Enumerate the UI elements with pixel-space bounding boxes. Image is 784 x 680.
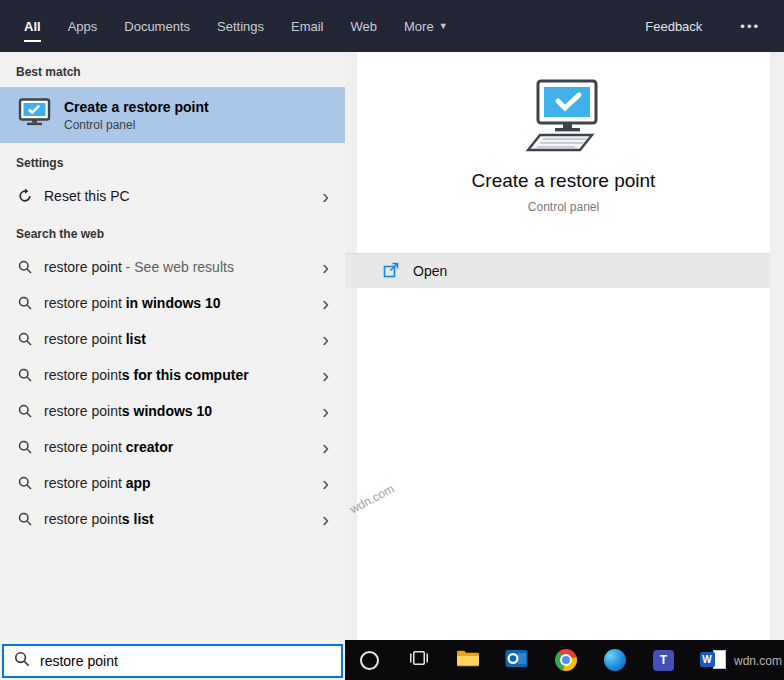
reset-pc-icon (16, 188, 34, 204)
suggestion-text: restore point creator (44, 439, 316, 455)
web-suggestion-row[interactable]: restore point - See web results › (0, 249, 345, 285)
suggestion-text: restore points for this computer (44, 367, 316, 383)
suggestion-text: restore point app (44, 475, 316, 491)
cortana-icon (360, 651, 379, 670)
outlook-icon (505, 648, 528, 673)
teams-icon: T (653, 650, 674, 671)
best-match-subtitle: Control panel (64, 118, 209, 132)
web-suggestion-row[interactable]: restore point list › (0, 321, 345, 357)
best-match-title: Create a restore point (64, 99, 209, 115)
search-icon (16, 404, 34, 418)
web-suggestion-row[interactable]: restore point in windows 10 › (0, 285, 345, 321)
taskbar-word-button[interactable]: W (688, 640, 737, 680)
preview-pane: Create a restore point Control panel Ope… (345, 52, 784, 640)
search-the-web-header: Search the web (0, 214, 345, 249)
edge-icon (604, 649, 626, 671)
results-panel: Best match Create a restore point Contro… (0, 52, 345, 680)
taskbar-search-box[interactable] (2, 644, 343, 678)
more-options-icon[interactable]: ••• (740, 19, 760, 34)
chevron-down-icon: ▼ (439, 21, 448, 31)
chevron-right-icon[interactable]: › (316, 186, 335, 206)
search-icon (16, 512, 34, 526)
chevron-right-icon[interactable]: › (316, 401, 335, 421)
taskbar-chrome-button[interactable] (541, 640, 590, 680)
tab-all[interactable]: All (24, 0, 41, 52)
taskbar-outlook-button[interactable] (492, 640, 541, 680)
watermark: wdn.com (734, 654, 782, 668)
taskbar-cortana-button[interactable] (345, 640, 394, 680)
best-match-header: Best match (0, 52, 345, 87)
search-icon (16, 296, 34, 310)
task-view-icon (409, 648, 429, 672)
search-icon (16, 260, 34, 274)
chevron-right-icon[interactable]: › (316, 329, 335, 349)
chevron-right-icon[interactable]: › (316, 509, 335, 529)
settings-header: Settings (0, 143, 345, 178)
preview-card: Create a restore point Control panel (357, 52, 770, 640)
open-icon (383, 262, 399, 281)
taskbar-teams-button[interactable]: T (639, 640, 688, 680)
tab-more[interactable]: More ▼ (404, 0, 448, 52)
tab-settings[interactable]: Settings (217, 0, 264, 52)
feedback-button[interactable]: Feedback (645, 19, 702, 34)
taskbar-edge-button[interactable] (590, 640, 639, 680)
taskbar: T W wdn.com (345, 640, 784, 680)
web-suggestion-row[interactable]: restore point creator › (0, 429, 345, 465)
suggestion-text: restore points windows 10 (44, 403, 316, 419)
open-label: Open (413, 263, 447, 279)
chevron-right-icon[interactable]: › (316, 473, 335, 493)
preview-subtitle: Control panel (528, 200, 599, 214)
web-suggestion-row[interactable]: restore points for this computer › (0, 357, 345, 393)
filter-tabs: All Apps Documents Settings Email Web Mo… (24, 0, 448, 52)
suggestion-text: restore points list (44, 511, 316, 527)
best-match-text: Create a restore point Control panel (64, 99, 209, 132)
tab-email[interactable]: Email (291, 0, 324, 52)
chevron-right-icon[interactable]: › (316, 293, 335, 313)
web-suggestion-row[interactable]: restore points list › (0, 501, 345, 537)
settings-result-reset-pc[interactable]: Reset this PC › (0, 178, 345, 214)
preview-title: Create a restore point (472, 170, 656, 192)
result-label: Reset this PC (44, 188, 316, 204)
taskbar-file-explorer-button[interactable] (443, 640, 492, 680)
word-tile-shape: W (700, 652, 715, 667)
chevron-right-icon[interactable]: › (316, 437, 335, 457)
search-icon (14, 651, 30, 671)
tab-more-label: More (404, 19, 434, 34)
open-action[interactable]: Open (345, 253, 770, 288)
restore-point-icon-large (514, 78, 614, 162)
restore-point-icon (16, 98, 52, 132)
tab-apps[interactable]: Apps (68, 0, 98, 52)
file-explorer-icon (456, 648, 480, 672)
search-input[interactable] (40, 653, 331, 669)
suggestion-text: restore point in windows 10 (44, 295, 316, 311)
word-icon: W (700, 649, 726, 671)
search-icon (16, 332, 34, 346)
chevron-right-icon[interactable]: › (316, 257, 335, 277)
best-match-result[interactable]: Create a restore point Control panel (0, 87, 345, 143)
header-actions: Feedback ••• (645, 0, 760, 52)
search-icon (16, 368, 34, 382)
chevron-right-icon[interactable]: › (316, 365, 335, 385)
tab-web[interactable]: Web (351, 0, 378, 52)
suggestion-text: restore point list (44, 331, 316, 347)
search-icon (16, 476, 34, 490)
web-suggestion-row[interactable]: restore point app › (0, 465, 345, 501)
web-suggestion-row[interactable]: restore points windows 10 › (0, 393, 345, 429)
tab-documents[interactable]: Documents (124, 0, 190, 52)
chrome-icon (555, 649, 577, 671)
suggestion-text: restore point - See web results (44, 259, 316, 275)
search-header: All Apps Documents Settings Email Web Mo… (0, 0, 784, 52)
search-icon (16, 440, 34, 454)
taskbar-task-view-button[interactable] (394, 640, 443, 680)
